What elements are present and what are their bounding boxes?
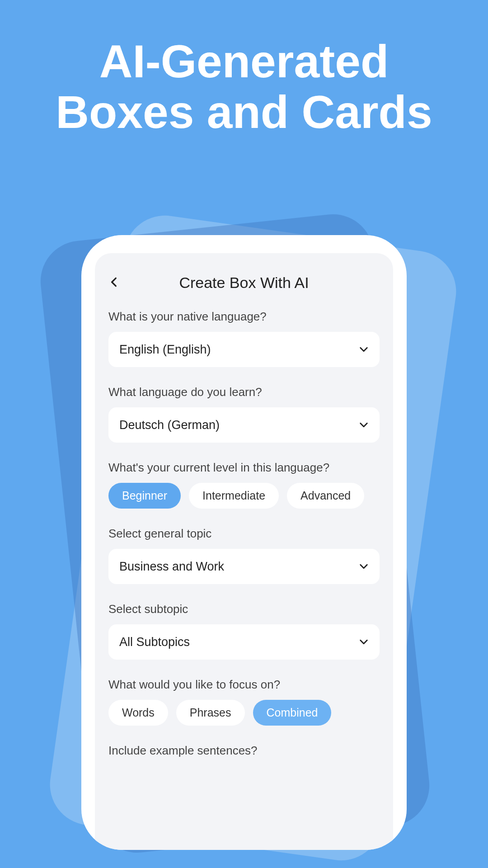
section-example: Include example sentences? <box>108 744 380 758</box>
phone-frame: Create Box With AI What is your native l… <box>81 235 407 850</box>
chevron-down-icon <box>359 637 369 647</box>
section-subtopic: Select subtopic All Subtopics <box>108 602 380 660</box>
subtopic-dropdown[interactable]: All Subtopics <box>108 624 380 660</box>
level-advanced[interactable]: Advanced <box>287 483 364 509</box>
focus-pills: Words Phrases Combined <box>108 700 380 726</box>
subtopic-label: Select subtopic <box>108 602 380 616</box>
section-native: What is your native language? English (E… <box>108 310 380 367</box>
level-beginner[interactable]: Beginner <box>108 483 181 509</box>
learn-label: What language do you learn? <box>108 385 380 399</box>
focus-combined[interactable]: Combined <box>253 700 332 726</box>
page-title: Create Box With AI <box>179 274 309 292</box>
app-screen: Create Box With AI What is your native l… <box>95 253 393 850</box>
hero-heading: AI-Generated Boxes and Cards <box>0 0 488 137</box>
topic-value: Business and Work <box>119 560 224 574</box>
topic-label: Select general topic <box>108 527 380 541</box>
example-label: Include example sentences? <box>108 744 380 758</box>
chevron-down-icon <box>359 561 369 571</box>
focus-words[interactable]: Words <box>108 700 168 726</box>
learn-value: Deutsch (German) <box>119 418 220 432</box>
hero-line2: Boxes and Cards <box>0 87 488 137</box>
learn-dropdown[interactable]: Deutsch (German) <box>108 407 380 443</box>
chevron-down-icon <box>359 420 369 430</box>
native-value: English (English) <box>119 343 211 357</box>
chevron-left-icon <box>108 276 120 288</box>
level-pills: Beginner Intermediate Advanced <box>108 483 380 509</box>
section-learn: What language do you learn? Deutsch (Ger… <box>108 385 380 443</box>
focus-label: What would you like to focus on? <box>108 678 380 692</box>
back-button[interactable] <box>108 273 120 292</box>
screen-header: Create Box With AI <box>108 269 380 296</box>
level-label: What's your current level in this langua… <box>108 461 380 475</box>
section-topic: Select general topic Business and Work <box>108 527 380 584</box>
chevron-down-icon <box>359 344 369 354</box>
native-dropdown[interactable]: English (English) <box>108 332 380 367</box>
level-intermediate[interactable]: Intermediate <box>189 483 279 509</box>
subtopic-value: All Subtopics <box>119 635 190 649</box>
focus-phrases[interactable]: Phrases <box>176 700 245 726</box>
section-focus: What would you like to focus on? Words P… <box>108 678 380 726</box>
section-level: What's your current level in this langua… <box>108 461 380 509</box>
native-label: What is your native language? <box>108 310 380 324</box>
hero-line1: AI-Generated <box>0 36 488 87</box>
topic-dropdown[interactable]: Business and Work <box>108 549 380 584</box>
